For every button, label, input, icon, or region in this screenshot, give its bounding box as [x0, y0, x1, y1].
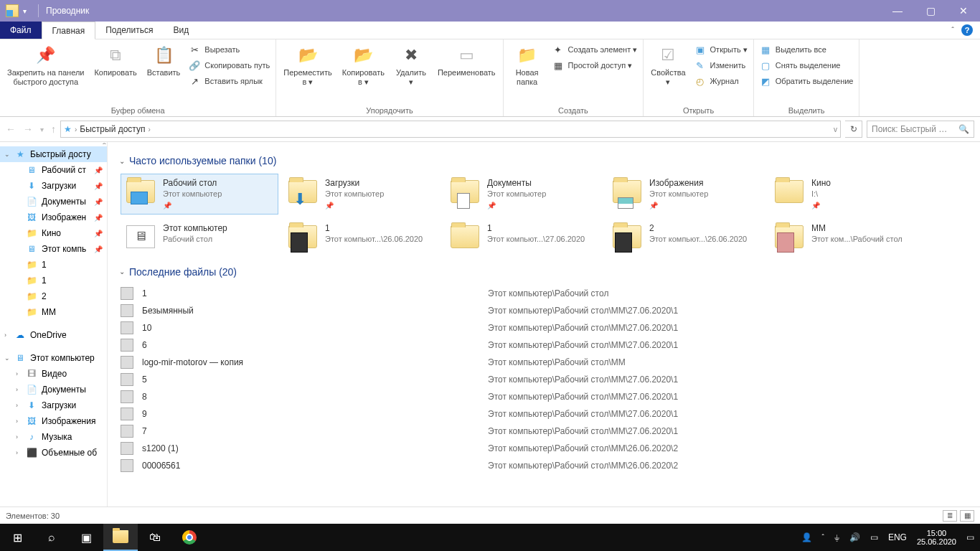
tray-notifications-icon[interactable]: ▭ — [966, 532, 974, 542]
nav-music[interactable]: ›♪Музыка — [0, 429, 107, 445]
recent-file-row[interactable]: 00006561Этот компьютер\Рабочий стол\MM\2… — [121, 457, 966, 474]
nav-folder-1b[interactable]: 📁1 — [0, 273, 107, 288]
folder-item[interactable]: 1Этот компьют...\27.06.2020 — [445, 219, 603, 255]
history-button[interactable]: ◴Журнал — [694, 74, 748, 88]
search-button[interactable]: ⌕ — [34, 524, 69, 551]
start-button[interactable]: ⊞ — [0, 524, 34, 551]
recent-file-row[interactable]: s1200 (1)Этот компьютер\Рабочий стол\MM\… — [121, 440, 966, 457]
quick-access-toolbar[interactable]: ▾ — [23, 7, 27, 15]
new-item-button[interactable]: ✦Создать элемент ▾ — [552, 42, 638, 57]
expand-icon[interactable]: › — [16, 402, 18, 409]
open-button[interactable]: ▣Открыть ▾ — [694, 42, 748, 57]
nav-desktop[interactable]: 🖥Рабочий ст📌 — [0, 162, 107, 178]
collapse-ribbon-icon[interactable]: ˆ — [951, 26, 954, 34]
explorer-taskbar-button[interactable] — [103, 524, 138, 551]
tab-file[interactable]: Файл — [0, 22, 42, 39]
recent-file-row[interactable]: 10Этот компьютер\Рабочий стол\MM\27.06.2… — [121, 319, 966, 336]
easy-access-button[interactable]: ▦Простой доступ ▾ — [552, 58, 638, 72]
nav-recent-button[interactable]: ▾ — [40, 126, 44, 133]
folder-item[interactable]: ДокументыЭтот компьютер📌 — [445, 174, 603, 215]
edit-button[interactable]: ✎Изменить — [694, 58, 748, 72]
nav-downloads[interactable]: ⬇Загрузки📌 — [0, 178, 107, 194]
folder-item[interactable]: MMЭтот ком...\Рабочий стол — [769, 219, 927, 255]
paste-shortcut-button[interactable]: ↗Вставить ярлык — [189, 74, 270, 88]
nav-folder-mm[interactable]: 📁MM — [0, 304, 107, 320]
expand-icon[interactable]: › — [16, 370, 18, 377]
paste-button[interactable]: 📋 Вставить — [146, 42, 182, 79]
recent-file-row[interactable]: 1Этот компьютер\Рабочий стол — [121, 285, 966, 302]
cut-button[interactable]: ✂Вырезать — [189, 42, 270, 57]
recent-file-row[interactable]: БезымянныйЭтот компьютер\Рабочий стол\MM… — [121, 302, 966, 319]
view-details-icon[interactable]: ≣ — [943, 510, 957, 522]
nav-documents2[interactable]: ›📄Документы — [0, 382, 107, 397]
folder-item[interactable]: 2Этот компьют...\26.06.2020 — [607, 219, 765, 255]
folder-item[interactable]: ИзображенияЭтот компьютер📌 — [607, 174, 765, 215]
breadcrumb[interactable]: Быстрый доступ — [80, 124, 145, 134]
nav-up-button[interactable]: ↑ — [51, 123, 56, 135]
nav-back-button[interactable]: ← — [6, 123, 16, 135]
recent-file-row[interactable]: 5Этот компьютер\Рабочий стол\MM\27.06.20… — [121, 371, 966, 388]
expand-icon[interactable]: ⌄ — [4, 151, 10, 158]
expand-icon[interactable]: › — [4, 331, 6, 339]
select-all-button[interactable]: ▦Выделить все — [760, 42, 854, 57]
nav-quick-access[interactable]: ⌄★Быстрый досту — [0, 146, 107, 162]
address-bar[interactable]: ★ › Быстрый доступ › v — [60, 121, 841, 138]
help-icon[interactable]: ? — [961, 24, 973, 36]
new-folder-button[interactable]: 📁Новая папка — [509, 42, 545, 88]
folder-item[interactable]: ⬇ЗагрузкиЭтот компьютер📌 — [283, 174, 440, 215]
section-frequent[interactable]: ⌄ Часто используемые папки (10) — [119, 155, 966, 166]
tab-share[interactable]: Поделиться — [95, 22, 163, 39]
folder-item[interactable]: Рабочий столЭтот компьютер📌 — [121, 174, 278, 215]
delete-button[interactable]: ✖Удалить ▾ — [393, 42, 429, 88]
nav-documents[interactable]: 📄Документы📌 — [0, 194, 107, 209]
expand-icon[interactable]: › — [16, 433, 18, 441]
tab-home[interactable]: Главная — [42, 22, 96, 39]
expand-icon[interactable]: › — [16, 449, 18, 456]
copy-path-button[interactable]: 🔗Скопировать путь — [189, 58, 270, 72]
recent-file-row[interactable]: logo-mir-motorov — копияЭтот компьютер\Р… — [121, 354, 966, 371]
folder-item[interactable]: 1Этот компьют...\26.06.2020 — [283, 219, 440, 255]
expand-icon[interactable]: › — [16, 386, 18, 393]
maximize-button[interactable]: ▢ — [914, 0, 947, 22]
expand-icon[interactable]: › — [16, 418, 18, 425]
tab-view[interactable]: Вид — [163, 22, 199, 39]
nav-movies[interactable]: 📁Кино📌 — [0, 225, 107, 241]
recent-file-row[interactable]: 6Этот компьютер\Рабочий стол\MM\27.06.20… — [121, 336, 966, 354]
copy-to-button[interactable]: 📂Копировать в ▾ — [341, 42, 386, 88]
rename-button[interactable]: ▭Переименовать — [436, 42, 497, 79]
nav-onedrive[interactable]: ›☁OneDrive — [0, 327, 107, 343]
refresh-button[interactable]: ↻ — [845, 121, 862, 138]
nav-folder-2[interactable]: 📁2 — [0, 288, 107, 304]
minimize-button[interactable]: — — [881, 0, 914, 22]
tray-language[interactable]: ENG — [888, 532, 907, 542]
nav-thispc[interactable]: ⌄🖥Этот компьютер — [0, 350, 107, 366]
nav-3dobjects[interactable]: ›⬛Объемные об — [0, 445, 107, 461]
tray-sound-icon[interactable]: 🔊 — [849, 532, 860, 542]
tray-network-icon[interactable]: ⏚ — [834, 532, 839, 542]
task-view-button[interactable]: ▣ — [69, 524, 103, 551]
section-recent[interactable]: ⌄ Последние файлы (20) — [119, 266, 966, 278]
properties-button[interactable]: ☑Свойства ▾ — [649, 42, 687, 88]
chrome-taskbar-button[interactable] — [172, 524, 207, 551]
addr-dropdown-icon[interactable]: v — [834, 126, 837, 133]
close-button[interactable]: ✕ — [947, 0, 980, 22]
nav-videos[interactable]: ›🎞Видео — [0, 366, 107, 382]
tray-battery-icon[interactable]: ▭ — [870, 532, 878, 542]
nav-pictures[interactable]: 🖼Изображен📌 — [0, 209, 107, 225]
folder-item[interactable]: 🖥Этот компьютерРабочий стол — [121, 219, 278, 255]
recent-file-row[interactable]: 9Этот компьютер\Рабочий стол\MM\27.06.20… — [121, 405, 966, 423]
move-to-button[interactable]: 📂Переместить в ▾ — [282, 42, 333, 88]
folder-item[interactable]: КиноI:\📌 — [769, 174, 927, 215]
view-large-icon[interactable]: ▦ — [960, 510, 974, 522]
nav-pictures2[interactable]: ›🖼Изображения — [0, 413, 107, 429]
tray-people-icon[interactable]: 👤 — [801, 532, 812, 542]
nav-thispc-quick[interactable]: 🖥Этот компь📌 — [0, 241, 107, 257]
expand-icon[interactable]: ⌄ — [4, 354, 10, 362]
nav-forward-button[interactable]: → — [23, 123, 33, 135]
copy-button[interactable]: ⧉ Копировать — [93, 42, 138, 79]
tray-clock[interactable]: 15:00 25.06.2020 — [917, 529, 956, 546]
select-none-button[interactable]: ▢Снять выделение — [760, 58, 854, 72]
store-taskbar-button[interactable]: 🛍 — [138, 524, 172, 551]
tray-up-icon[interactable]: ˆ — [822, 534, 824, 542]
invert-selection-button[interactable]: ◩Обратить выделение — [760, 74, 854, 88]
